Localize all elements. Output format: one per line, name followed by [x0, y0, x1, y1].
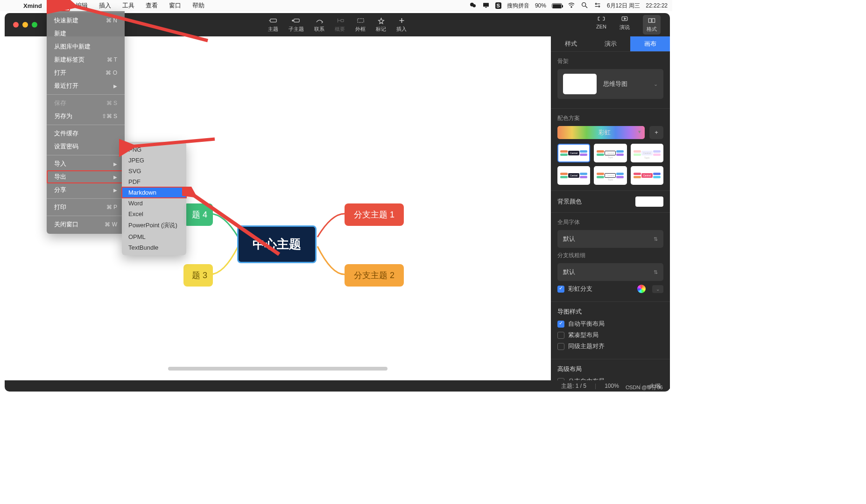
- file-menu-item[interactable]: 文件缓存: [47, 127, 125, 140]
- tab-canvas[interactable]: 画布: [630, 36, 670, 51]
- maximize-window-button[interactable]: [32, 22, 37, 28]
- skeleton-select[interactable]: 思维导图 ⌄: [557, 69, 663, 99]
- export-menu-item[interactable]: Word: [122, 198, 186, 209]
- wechat-icon[interactable]: [469, 1, 477, 10]
- bg-color-swatch[interactable]: [635, 196, 663, 207]
- svg-rect-14: [341, 20, 344, 22]
- file-menu-item[interactable]: 最近打开▶: [47, 79, 125, 92]
- topic-count: 主题: 1 / 5: [561, 382, 586, 390]
- right-void: [672, 0, 866, 504]
- menu-help[interactable]: 帮助: [187, 0, 210, 11]
- menu-insert[interactable]: 插入: [93, 0, 117, 11]
- file-menu-item[interactable]: 另存为⇧⌘ S: [47, 110, 125, 123]
- file-menu-item[interactable]: 新建标签页⌘ T: [47, 53, 125, 66]
- macos-menubar: Xmind 文件 编辑 插入 工具 查看 窗口 帮助 S 搜狗拼音 90% 6月…: [0, 0, 672, 11]
- ime-indicator-icon[interactable]: S: [495, 2, 501, 9]
- menubar-date[interactable]: 6月12日 周三: [607, 2, 640, 10]
- font-select[interactable]: 默认⇅: [557, 230, 663, 248]
- tab-pitch[interactable]: 演示: [591, 36, 630, 51]
- tab-style[interactable]: 样式: [551, 36, 591, 51]
- chevron-right-icon: ▶: [113, 84, 117, 89]
- export-menu-item[interactable]: Markdown: [122, 187, 186, 198]
- branch-topic-4[interactable]: 题 4: [183, 203, 213, 226]
- toolbar-pitch[interactable]: 演说: [620, 15, 630, 35]
- svg-rect-20: [652, 19, 655, 22]
- branch-topic-3[interactable]: 题 3: [183, 264, 213, 287]
- minimize-window-button[interactable]: [22, 22, 28, 28]
- export-menu-item[interactable]: PNG: [122, 144, 186, 155]
- theme-thumb[interactable]: Central Topic: [631, 144, 663, 162]
- watermark: CSDN @華仔96: [626, 384, 663, 391]
- toolbar-center: 主题 子主题 联系 概要 外框 标记 插入: [268, 17, 407, 33]
- branch-topic-2[interactable]: 分支主题 2: [345, 264, 404, 287]
- toolbar-relationship[interactable]: 联系: [314, 17, 324, 33]
- toolbar-marker[interactable]: 标记: [376, 17, 386, 33]
- export-menu-item[interactable]: OPML: [122, 231, 186, 242]
- svg-rect-3: [485, 7, 487, 7]
- horizontal-scrollbar[interactable]: [168, 367, 387, 371]
- toolbar-summary: 概要: [335, 17, 345, 33]
- export-menu-item[interactable]: Excel: [122, 209, 186, 219]
- file-menu-item[interactable]: 导入▶: [47, 157, 125, 170]
- same-level-checkbox[interactable]: [557, 343, 564, 350]
- control-center-icon[interactable]: [594, 1, 601, 10]
- menu-file[interactable]: 文件: [47, 0, 70, 11]
- theme-thumb[interactable]: Central Topic: [631, 166, 663, 185]
- spotlight-icon[interactable]: [581, 1, 588, 10]
- display-icon[interactable]: [482, 1, 490, 10]
- color-scheme-select[interactable]: 彩虹: [557, 126, 645, 139]
- wifi-icon[interactable]: [568, 1, 575, 10]
- svg-point-13: [292, 20, 294, 21]
- toolbar-topic[interactable]: 主题: [268, 17, 278, 33]
- theme-thumb[interactable]: Central Topic: [594, 166, 627, 185]
- menu-separator: [47, 216, 125, 216]
- theme-thumb[interactable]: Central Topic: [594, 144, 627, 162]
- toolbar-boundary[interactable]: 外框: [355, 17, 366, 33]
- app-name[interactable]: Xmind: [19, 2, 47, 9]
- close-window-button[interactable]: [13, 22, 19, 28]
- center-topic[interactable]: 中心主题: [237, 225, 317, 263]
- add-scheme-button[interactable]: +: [649, 126, 663, 139]
- file-menu-item[interactable]: 导出▶: [47, 170, 125, 183]
- file-menu-item: 保存⌘ S: [47, 97, 125, 110]
- file-menu-item[interactable]: 关闭窗口⌘ W: [47, 218, 125, 231]
- file-menu-item[interactable]: 分享▶: [47, 183, 125, 196]
- toolbar-format[interactable]: 格式: [643, 15, 661, 35]
- menu-view[interactable]: 查看: [140, 0, 163, 11]
- ime-name[interactable]: 搜狗拼音: [507, 2, 529, 10]
- battery-icon[interactable]: [552, 3, 562, 8]
- theme-thumb[interactable]: Central Topic: [557, 166, 590, 185]
- menu-tools[interactable]: 工具: [117, 0, 140, 11]
- file-menu-item[interactable]: 打开⌘ O: [47, 66, 125, 79]
- compact-checkbox[interactable]: [557, 332, 564, 339]
- file-menu-item[interactable]: 快速新建⌘ N: [47, 14, 125, 27]
- status-bar: 主题: 1 / 5 | 100%⌄ | 大纲: [5, 380, 670, 392]
- line-label: 分支线粗细: [557, 252, 663, 259]
- stepper-icon: ⇅: [654, 269, 658, 275]
- menu-window[interactable]: 窗口: [163, 0, 187, 11]
- format-panel: 样式 演示 画布 骨架 思维导图 ⌄ 配色方案 彩虹 + Central Top…: [551, 36, 670, 389]
- auto-balance-checkbox[interactable]: [557, 321, 564, 328]
- zoom-level[interactable]: 100%: [605, 383, 619, 389]
- file-menu-item[interactable]: 设置密码: [47, 140, 125, 153]
- export-menu-item[interactable]: JPEG: [122, 155, 186, 166]
- menu-edit[interactable]: 编辑: [70, 0, 93, 11]
- export-menu-item[interactable]: SVG: [122, 166, 186, 176]
- export-menu-item[interactable]: TextBundle: [122, 242, 186, 253]
- rainbow-color-icon[interactable]: [637, 285, 646, 293]
- export-menu-item[interactable]: PowerPoint (演说): [122, 219, 186, 231]
- theme-thumb[interactable]: Central Topic: [557, 144, 590, 162]
- chevron-down-icon[interactable]: ⌄: [652, 285, 663, 293]
- svg-line-6: [585, 6, 587, 8]
- toolbar-insert[interactable]: 插入: [396, 17, 407, 33]
- rainbow-branch-checkbox[interactable]: [557, 286, 564, 293]
- menubar-time[interactable]: 22:22:22: [646, 2, 668, 9]
- file-menu-item[interactable]: 打印⌘ P: [47, 201, 125, 214]
- toolbar-subtopic[interactable]: 子主题: [289, 17, 304, 33]
- branch-topic-1[interactable]: 分支主题 1: [345, 203, 404, 226]
- file-menu-item[interactable]: 从图库中新建: [47, 40, 125, 53]
- export-menu-item[interactable]: PDF: [122, 176, 186, 187]
- line-select[interactable]: 默认⇅: [557, 263, 663, 281]
- file-menu-item[interactable]: 新建: [47, 27, 125, 40]
- toolbar-zen[interactable]: ZEN: [596, 15, 606, 35]
